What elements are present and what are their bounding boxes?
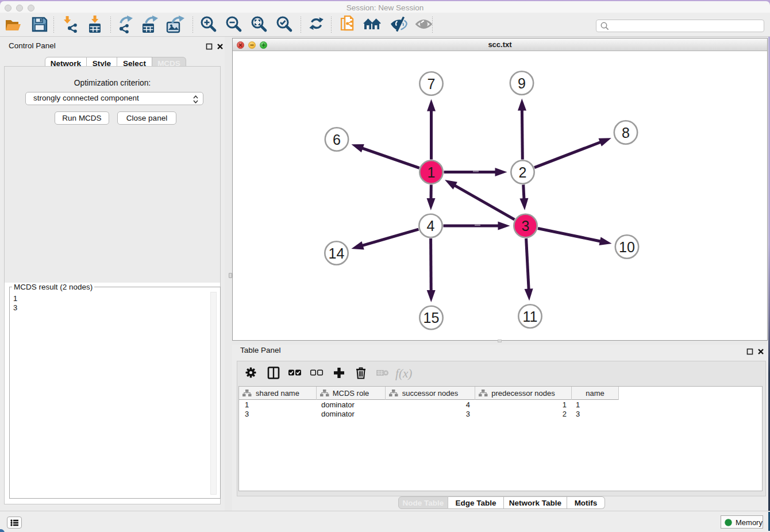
svg-text:2: 2 <box>519 164 527 180</box>
svg-text:7: 7 <box>428 76 436 92</box>
svg-text:15: 15 <box>424 310 440 326</box>
svg-text:1: 1 <box>428 164 436 180</box>
svg-text:6: 6 <box>333 132 341 148</box>
svg-text:8: 8 <box>622 125 630 141</box>
svg-text:10: 10 <box>619 239 635 255</box>
svg-text:3: 3 <box>522 218 530 234</box>
svg-text:f(x): f(x) <box>395 367 412 380</box>
svg-text:4: 4 <box>427 218 435 234</box>
svg-text:9: 9 <box>518 75 526 91</box>
svg-text:14: 14 <box>329 245 345 261</box>
svg-text:11: 11 <box>523 309 538 325</box>
